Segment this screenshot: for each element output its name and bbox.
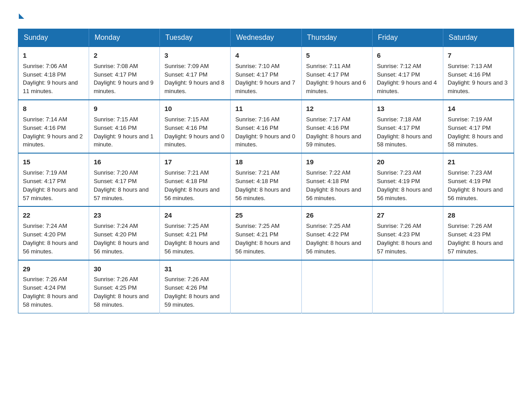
calendar-cell: 6Sunrise: 7:12 AMSunset: 4:17 PMDaylight… (372, 47, 443, 100)
calendar-cell: 23Sunrise: 7:24 AMSunset: 4:20 PMDayligh… (89, 206, 160, 260)
logo-triangle-icon (19, 13, 24, 19)
calendar-cell: 10Sunrise: 7:15 AMSunset: 4:16 PMDayligh… (160, 100, 231, 153)
day-info: Sunrise: 7:20 AMSunset: 4:17 PMDaylight:… (94, 169, 149, 201)
day-number: 18 (235, 157, 296, 167)
day-info: Sunrise: 7:10 AMSunset: 4:17 PMDaylight:… (235, 63, 295, 95)
day-info: Sunrise: 7:18 AMSunset: 4:17 PMDaylight:… (377, 116, 432, 148)
column-header-tuesday: Tuesday (160, 29, 231, 47)
calendar-cell: 16Sunrise: 7:20 AMSunset: 4:17 PMDayligh… (89, 153, 160, 206)
calendar-cell (443, 260, 514, 313)
day-number: 12 (306, 104, 368, 114)
calendar-cell: 4Sunrise: 7:10 AMSunset: 4:17 PMDaylight… (231, 47, 301, 100)
day-info: Sunrise: 7:26 AMSunset: 4:23 PMDaylight:… (377, 223, 432, 255)
day-info: Sunrise: 7:24 AMSunset: 4:20 PMDaylight:… (23, 223, 78, 255)
page-header (18, 13, 514, 20)
calendar-cell: 29Sunrise: 7:26 AMSunset: 4:24 PMDayligh… (18, 260, 89, 313)
day-info: Sunrise: 7:23 AMSunset: 4:19 PMDaylight:… (448, 169, 503, 201)
calendar-table: SundayMondayTuesdayWednesdayThursdayFrid… (18, 29, 514, 313)
calendar-cell: 21Sunrise: 7:23 AMSunset: 4:19 PMDayligh… (443, 153, 514, 206)
calendar-cell: 9Sunrise: 7:15 AMSunset: 4:16 PMDaylight… (89, 100, 160, 153)
day-info: Sunrise: 7:15 AMSunset: 4:16 PMDaylight:… (164, 116, 224, 148)
day-info: Sunrise: 7:21 AMSunset: 4:18 PMDaylight:… (235, 169, 290, 201)
day-info: Sunrise: 7:19 AMSunset: 4:17 PMDaylight:… (23, 169, 78, 201)
calendar-cell: 12Sunrise: 7:17 AMSunset: 4:16 PMDayligh… (301, 100, 372, 153)
column-header-friday: Friday (372, 29, 443, 47)
calendar-cell: 8Sunrise: 7:14 AMSunset: 4:16 PMDaylight… (18, 100, 89, 153)
day-info: Sunrise: 7:11 AMSunset: 4:17 PMDaylight:… (306, 63, 366, 95)
day-number: 13 (377, 104, 438, 114)
day-info: Sunrise: 7:08 AMSunset: 4:17 PMDaylight:… (94, 63, 154, 95)
day-info: Sunrise: 7:26 AMSunset: 4:25 PMDaylight:… (94, 276, 149, 308)
calendar-cell: 7Sunrise: 7:13 AMSunset: 4:16 PMDaylight… (443, 47, 514, 100)
column-header-monday: Monday (89, 29, 160, 47)
day-info: Sunrise: 7:25 AMSunset: 4:21 PMDaylight:… (235, 223, 290, 255)
day-number: 26 (306, 210, 368, 220)
day-number: 9 (94, 104, 155, 114)
calendar-week-row: 22Sunrise: 7:24 AMSunset: 4:20 PMDayligh… (18, 206, 514, 260)
day-number: 16 (94, 157, 155, 167)
calendar-week-row: 15Sunrise: 7:19 AMSunset: 4:17 PMDayligh… (18, 153, 514, 206)
day-info: Sunrise: 7:17 AMSunset: 4:16 PMDaylight:… (306, 116, 361, 148)
calendar-cell (231, 260, 301, 313)
calendar-cell: 22Sunrise: 7:24 AMSunset: 4:20 PMDayligh… (18, 206, 89, 260)
calendar-cell: 17Sunrise: 7:21 AMSunset: 4:18 PMDayligh… (160, 153, 231, 206)
calendar-cell (301, 260, 372, 313)
calendar-cell: 28Sunrise: 7:26 AMSunset: 4:23 PMDayligh… (443, 206, 514, 260)
calendar-cell: 14Sunrise: 7:19 AMSunset: 4:17 PMDayligh… (443, 100, 514, 153)
day-info: Sunrise: 7:16 AMSunset: 4:16 PMDaylight:… (235, 116, 295, 148)
calendar-cell: 31Sunrise: 7:26 AMSunset: 4:26 PMDayligh… (160, 260, 231, 313)
calendar-cell: 11Sunrise: 7:16 AMSunset: 4:16 PMDayligh… (231, 100, 301, 153)
day-number: 15 (23, 157, 84, 167)
calendar-cell (372, 260, 443, 313)
logo (18, 13, 24, 20)
day-number: 21 (448, 157, 509, 167)
calendar-week-row: 29Sunrise: 7:26 AMSunset: 4:24 PMDayligh… (18, 260, 514, 313)
day-number: 6 (377, 51, 438, 60)
day-number: 20 (377, 157, 438, 167)
day-info: Sunrise: 7:06 AMSunset: 4:18 PMDaylight:… (23, 63, 78, 95)
day-number: 30 (94, 264, 155, 274)
calendar-cell: 26Sunrise: 7:25 AMSunset: 4:22 PMDayligh… (301, 206, 372, 260)
calendar-cell: 30Sunrise: 7:26 AMSunset: 4:25 PMDayligh… (89, 260, 160, 313)
calendar-cell: 15Sunrise: 7:19 AMSunset: 4:17 PMDayligh… (18, 153, 89, 206)
day-number: 4 (235, 51, 296, 60)
day-number: 5 (306, 51, 368, 60)
calendar-cell: 20Sunrise: 7:23 AMSunset: 4:19 PMDayligh… (372, 153, 443, 206)
calendar-cell: 24Sunrise: 7:25 AMSunset: 4:21 PMDayligh… (160, 206, 231, 260)
column-header-saturday: Saturday (443, 29, 514, 47)
day-info: Sunrise: 7:09 AMSunset: 4:17 PMDaylight:… (164, 63, 224, 95)
day-number: 25 (235, 210, 296, 220)
day-info: Sunrise: 7:13 AMSunset: 4:16 PMDaylight:… (448, 63, 508, 95)
day-number: 24 (164, 210, 226, 220)
day-number: 29 (23, 264, 84, 274)
day-info: Sunrise: 7:21 AMSunset: 4:18 PMDaylight:… (164, 169, 219, 201)
day-info: Sunrise: 7:26 AMSunset: 4:26 PMDaylight:… (164, 276, 219, 308)
day-info: Sunrise: 7:25 AMSunset: 4:22 PMDaylight:… (306, 223, 361, 255)
day-number: 1 (23, 51, 84, 60)
logo-blue-text (18, 13, 24, 20)
calendar-cell: 2Sunrise: 7:08 AMSunset: 4:17 PMDaylight… (89, 47, 160, 100)
day-number: 11 (235, 104, 296, 114)
day-number: 19 (306, 157, 368, 167)
day-number: 31 (164, 264, 226, 274)
day-number: 17 (164, 157, 226, 167)
day-info: Sunrise: 7:15 AMSunset: 4:16 PMDaylight:… (94, 116, 154, 148)
calendar-cell: 3Sunrise: 7:09 AMSunset: 4:17 PMDaylight… (160, 47, 231, 100)
day-info: Sunrise: 7:24 AMSunset: 4:20 PMDaylight:… (94, 223, 149, 255)
day-number: 23 (94, 210, 155, 220)
day-number: 10 (164, 104, 226, 114)
day-number: 2 (94, 51, 155, 60)
calendar-week-row: 1Sunrise: 7:06 AMSunset: 4:18 PMDaylight… (18, 47, 514, 100)
day-info: Sunrise: 7:12 AMSunset: 4:17 PMDaylight:… (377, 63, 437, 95)
column-header-sunday: Sunday (18, 29, 89, 47)
calendar-header-row: SundayMondayTuesdayWednesdayThursdayFrid… (18, 29, 514, 47)
day-info: Sunrise: 7:25 AMSunset: 4:21 PMDaylight:… (164, 223, 219, 255)
day-info: Sunrise: 7:26 AMSunset: 4:23 PMDaylight:… (448, 223, 503, 255)
calendar-cell: 13Sunrise: 7:18 AMSunset: 4:17 PMDayligh… (372, 100, 443, 153)
calendar-cell: 5Sunrise: 7:11 AMSunset: 4:17 PMDaylight… (301, 47, 372, 100)
day-number: 22 (23, 210, 84, 220)
calendar-week-row: 8Sunrise: 7:14 AMSunset: 4:16 PMDaylight… (18, 100, 514, 153)
calendar-cell: 1Sunrise: 7:06 AMSunset: 4:18 PMDaylight… (18, 47, 89, 100)
calendar-cell: 19Sunrise: 7:22 AMSunset: 4:18 PMDayligh… (301, 153, 372, 206)
calendar-cell: 27Sunrise: 7:26 AMSunset: 4:23 PMDayligh… (372, 206, 443, 260)
